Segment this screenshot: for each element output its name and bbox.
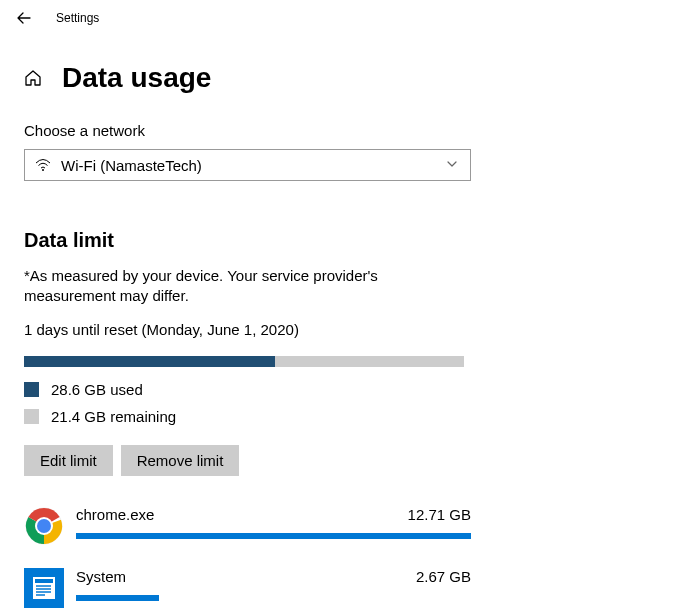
svg-point-3 — [37, 519, 51, 533]
network-label: Choose a network — [24, 122, 676, 139]
network-select[interactable]: Wi-Fi (NamasteTech) — [24, 149, 471, 181]
home-icon — [24, 69, 42, 87]
window-title: Settings — [56, 11, 99, 25]
app-usage-bar — [76, 595, 159, 601]
legend-remaining-row: 21.4 GB remaining — [24, 408, 676, 425]
legend-used-row: 28.6 GB used — [24, 381, 676, 398]
home-button[interactable] — [24, 69, 42, 87]
chevron-down-icon — [446, 156, 458, 174]
app-usage-value: 12.71 GB — [408, 506, 471, 523]
app-usage-list: chrome.exe 12.71 GB System — [24, 506, 676, 608]
data-limit-progress-fill — [24, 356, 275, 367]
app-usage-bar — [76, 533, 471, 539]
data-limit-disclaimer: *As measured by your device. Your servic… — [24, 266, 469, 307]
app-usage-value: 2.67 GB — [416, 568, 471, 585]
chrome-icon — [24, 506, 64, 546]
svg-point-0 — [42, 169, 44, 171]
back-arrow-icon — [16, 10, 32, 26]
data-limit-heading: Data limit — [24, 229, 676, 252]
edit-limit-button[interactable]: Edit limit — [24, 445, 113, 476]
legend-used-swatch — [24, 382, 39, 397]
svg-rect-5 — [35, 579, 53, 583]
wifi-icon — [35, 158, 51, 172]
legend-remaining-text: 21.4 GB remaining — [51, 408, 176, 425]
legend-used-text: 28.6 GB used — [51, 381, 143, 398]
page-title: Data usage — [62, 62, 211, 94]
remove-limit-button[interactable]: Remove limit — [121, 445, 240, 476]
app-name: chrome.exe — [76, 506, 154, 523]
legend-remaining-swatch — [24, 409, 39, 424]
app-row: chrome.exe 12.71 GB — [24, 506, 471, 546]
app-name: System — [76, 568, 126, 585]
data-limit-progress — [24, 356, 464, 367]
app-row: System 2.67 GB — [24, 568, 471, 608]
back-button[interactable] — [16, 10, 32, 26]
system-icon — [24, 568, 64, 608]
network-selected-text: Wi-Fi (NamasteTech) — [61, 157, 460, 174]
reset-text: 1 days until reset (Monday, June 1, 2020… — [24, 321, 676, 338]
